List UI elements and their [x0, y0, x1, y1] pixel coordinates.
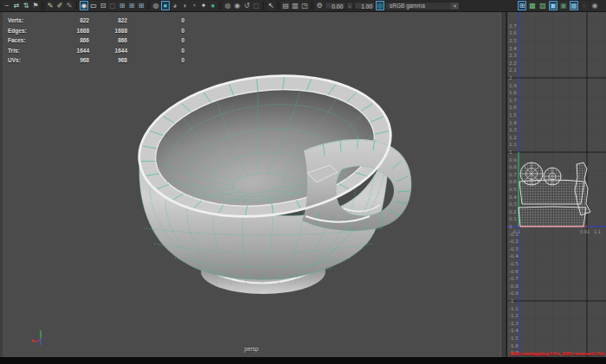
ruler-label: -1.5: [509, 335, 519, 341]
hud-row: Verts:8228220: [8, 16, 184, 26]
toolbar-separator: [42, 2, 43, 10]
smear-tool-icon[interactable]: ✎: [65, 1, 74, 10]
gamma-field[interactable]: 1.00: [354, 2, 375, 10]
chevron-down-icon[interactable]: ▾: [451, 3, 459, 10]
ruler-label: 2.4: [509, 46, 517, 51]
ruler-label: 2.6: [509, 30, 517, 35]
teal-material-icon[interactable]: ●: [209, 1, 217, 10]
shell-solid-icon[interactable]: ▩: [528, 1, 537, 10]
exposure-reset-icon[interactable]: ‹: [346, 2, 353, 10]
ruler-label: -0.1: [512, 229, 520, 234]
wand-tool-icon[interactable]: ✦: [199, 1, 208, 10]
snap-cell-icon[interactable]: ⊞: [137, 1, 145, 10]
dark-sphere-icon[interactable]: ◕: [171, 1, 179, 10]
ruler-label: 1.7: [509, 98, 517, 103]
border-thick-icon[interactable]: ▣: [549, 1, 558, 10]
ruler-label: 1.3: [509, 127, 517, 132]
toolbar-right-group: ⊞▩▨▣▣▦●◉: [518, 1, 603, 10]
ruler-label: 1.4: [509, 120, 517, 125]
ruler-label: 0.7: [509, 172, 517, 177]
ruler-label: 1.8: [509, 90, 517, 95]
maya-uv-editor-window: −⇄⇅⚑✎✐✎◉▭⊡▢⊞⊞⊞◍●◕◑◔✦●◍◉↺▢↖▤▥◳⚙0.00‹1.00◎…: [0, 0, 606, 364]
toolbar-separator: [312, 2, 313, 10]
ruler-label: -0.3: [509, 246, 519, 252]
uv-status-warning: (0/0) overlapping UVs, (0/0) reversed UV…: [510, 351, 604, 356]
pin-uv-icon[interactable]: ⚑: [31, 1, 40, 10]
axis-gizmo: [30, 328, 55, 350]
ruler-label: 2.3: [509, 53, 517, 58]
ruler-label: 1.1: [594, 229, 601, 234]
panel-splitter[interactable]: [500, 12, 506, 357]
copy-uv-icon[interactable]: ▤: [281, 1, 290, 10]
marquee-center-icon[interactable]: ⊡: [99, 1, 107, 10]
shell-texture-icon[interactable]: ▨: [538, 1, 547, 10]
cycle-icon[interactable]: ↺: [242, 1, 251, 10]
toolbar-separator: [220, 2, 221, 10]
grid-display-icon[interactable]: ▦: [570, 1, 578, 10]
ruler-label: -1.6: [509, 343, 519, 348]
uv-shell-body-upper[interactable]: [519, 180, 584, 204]
disabled-slot-icon[interactable]: ▢: [252, 1, 261, 10]
textured-sphere-icon[interactable]: ●: [161, 1, 170, 10]
toolbar-separator: [148, 2, 149, 10]
dim-sphere-icon[interactable]: ●: [580, 1, 589, 10]
target-weld-icon[interactable]: ◉: [80, 1, 88, 10]
hud-local-count: 968: [37, 57, 89, 63]
snapshot-camera-icon[interactable]: ◉: [590, 1, 599, 10]
ruler-label: -0.8: [509, 284, 519, 289]
sphere-b-icon[interactable]: ◉: [233, 1, 242, 10]
hud-label: Verts:: [8, 17, 37, 23]
view-transform-dropdown[interactable]: sRGB gamma▾: [385, 2, 460, 10]
ruler-label: -0.5: [509, 261, 519, 266]
uv-shell-body-lower[interactable]: [519, 207, 586, 227]
toolbar-separator: [278, 2, 279, 10]
hud-selected-count: 0: [127, 57, 184, 63]
bottom-strip: [0, 357, 606, 364]
ruler-label: 2.2: [509, 61, 517, 66]
ruler-label: 1: [587, 229, 590, 234]
exposure-field[interactable]: 0.00: [325, 2, 345, 10]
paste-uv-icon[interactable]: ▥: [291, 1, 300, 10]
uv-distortion-icon[interactable]: ⊞: [518, 1, 526, 10]
settings-gear-icon[interactable]: ⚙: [315, 1, 324, 10]
cursor-mode-icon[interactable]: ↖: [267, 1, 275, 10]
ruler-label: -0.7: [509, 276, 519, 281]
ruler-label: 1.5: [509, 112, 517, 118]
snap-grid-icon[interactable]: ⊞: [118, 1, 126, 10]
ruler-label: 1.6: [509, 105, 517, 110]
hud-total-count: 1644: [89, 48, 127, 54]
ruler-label: 2: [509, 75, 513, 80]
toolbar-separator: [76, 2, 77, 10]
minimize-icon[interactable]: −: [3, 1, 11, 10]
quarter-sphere-icon[interactable]: ◔: [190, 1, 198, 10]
main-row: Verts:8228220Edges:168816880Faces:866866…: [0, 12, 606, 357]
lasso-tool-icon[interactable]: ✎: [46, 1, 55, 10]
uv-editor-canvas[interactable]: 2.72.62.52.42.32.22.121.91.81.71.61.51.4…: [506, 12, 606, 357]
flip-v-icon[interactable]: ⇅: [22, 1, 30, 10]
ruler-label: -1: [509, 298, 513, 303]
paste-options-icon[interactable]: ◳: [300, 1, 309, 10]
sphere-a-icon[interactable]: ◍: [223, 1, 232, 10]
ruler-label: -1.4: [509, 328, 519, 333]
snap-corner-icon[interactable]: ⊞: [127, 1, 136, 10]
uv-editor-panel[interactable]: 2.72.62.52.42.32.22.121.91.81.71.61.51.4…: [506, 12, 606, 357]
shaded-sphere-icon[interactable]: ◍: [152, 1, 160, 10]
ruler-label: 0.6: [509, 179, 517, 184]
hud-row: UVs:9689680: [8, 55, 184, 66]
perspective-viewport[interactable]: Verts:8228220Edges:168816880Faces:866866…: [0, 12, 500, 357]
ruler-label: -1.2: [509, 313, 519, 318]
hud-row: Faces:8668660: [8, 35, 184, 46]
half-sphere-icon[interactable]: ◑: [180, 1, 189, 10]
ruler-label: 0.1: [509, 216, 517, 221]
color-mgmt-icon[interactable]: ◎: [376, 1, 384, 10]
empty-slot-icon[interactable]: ▢: [108, 1, 117, 10]
flip-u-icon[interactable]: ⇄: [12, 1, 21, 10]
paint-select-icon[interactable]: ✐: [55, 1, 64, 10]
toolbar-left-group: −⇄⇅⚑✎✐✎◉▭⊡▢⊞⊞⊞◍●◕◑◔✦●◍◉↺▢↖▤▥◳⚙0.00‹1.00◎…: [3, 1, 460, 10]
hud-selected-count: 0: [127, 37, 184, 43]
ruler-label: -0.6: [509, 269, 519, 274]
marquee-select-icon[interactable]: ▭: [89, 1, 98, 10]
ruler-label: -0.9: [509, 291, 519, 296]
ruler-label: 1: [509, 150, 513, 155]
border-thin-icon[interactable]: ▣: [559, 1, 568, 10]
